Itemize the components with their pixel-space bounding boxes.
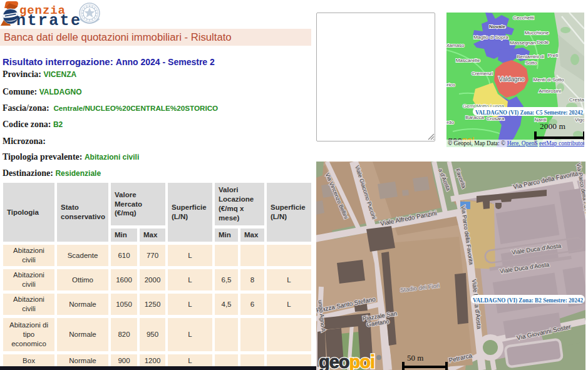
svg-text:Maglio di Sopra: Maglio di Sopra	[473, 34, 508, 40]
svg-text:otamaso: otamaso	[446, 43, 465, 48]
svg-text:Cremenzi: Cremenzi	[472, 71, 493, 76]
svg-text:Sotto: Sotto	[525, 60, 537, 66]
svg-text:Crosara: Crosara	[487, 116, 505, 121]
svg-text:brico: brico	[446, 82, 455, 88]
svg-text:Beniamini di: Beniamini di	[517, 54, 544, 59]
svg-text:Preti: Preti	[548, 53, 559, 58]
svg-text:Dede: Dede	[537, 39, 549, 45]
svg-text:geopoi: geopoi	[319, 352, 374, 370]
svg-text:© Geopoi, Map Data: © Here, Op: © Geopoi, Map Data: © Here, OpenS eetMap…	[448, 140, 584, 146]
svg-text:Mucchione: Mucchione	[525, 30, 549, 36]
svg-text:Valdagno: Valdagno	[498, 76, 525, 83]
svg-text:Mascarelle: Mascarelle	[456, 58, 480, 63]
svg-text:Cecchetti: Cecchetti	[513, 15, 534, 21]
svg-text:2000 m: 2000 m	[540, 121, 565, 131]
svg-text:Vigo: Vigo	[575, 117, 584, 123]
svg-text:ntrate: ntrate	[16, 12, 81, 29]
svg-text:Novale: Novale	[489, 24, 506, 29]
svg-text:VALDAGNO (VI) Zona: C5 Semestr: VALDAGNO (VI) Zona: C5 Semestre: 20242	[475, 108, 583, 116]
svg-text:Menti di Sotto: Menti di Sotto	[534, 77, 564, 83]
svg-text:VALDAGNO (VI) Zona: B2 Semestr: VALDAGNO (VI) Zona: B2 Semestre: 20242	[473, 296, 583, 304]
svg-text:Massegnan: Massegnan	[510, 40, 535, 46]
svg-text:ordo: ordo	[446, 120, 455, 125]
svg-text:Crestani: Crestani	[569, 97, 584, 103]
svg-text:50 m: 50 m	[407, 353, 423, 362]
svg-text:Ambrosini: Ambrosini	[539, 88, 561, 94]
